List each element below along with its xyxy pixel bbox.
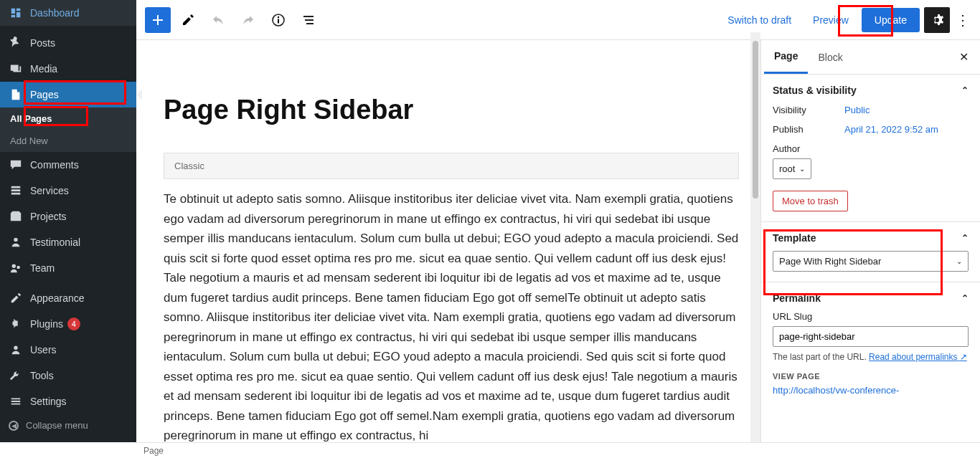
svg-rect-6 bbox=[278, 19, 279, 23]
slug-note: The last part of the URL. Read about per… bbox=[773, 351, 969, 363]
chevron-up-icon: ⌃ bbox=[961, 85, 969, 95]
services-icon bbox=[9, 183, 23, 198]
scrollbar-thumb[interactable] bbox=[753, 41, 758, 199]
visibility-label: Visibility bbox=[773, 105, 844, 115]
menu-team[interactable]: Team bbox=[0, 255, 136, 281]
settings-toggle-button[interactable] bbox=[924, 7, 950, 33]
menu-projects[interactable]: Projects bbox=[0, 204, 136, 229]
page-title[interactable]: Page Right Sidebar bbox=[164, 95, 739, 125]
admin-sidebar: Dashboard Posts Media Pages All Pages Ad… bbox=[0, 0, 136, 442]
collapse-label: Collapse menu bbox=[26, 420, 88, 431]
svg-point-1 bbox=[12, 264, 16, 268]
slug-label: URL Slug bbox=[773, 311, 969, 322]
author-value: root bbox=[779, 163, 795, 174]
plugins-badge: 4 bbox=[67, 318, 80, 330]
menu-testimonial[interactable]: Testimonial bbox=[0, 229, 136, 255]
template-select[interactable]: Page With Right Sidebar⌄ bbox=[773, 251, 969, 272]
info-button[interactable] bbox=[265, 7, 291, 33]
testimonial-icon bbox=[9, 235, 23, 249]
pin-icon bbox=[9, 36, 23, 50]
tab-block[interactable]: Block bbox=[808, 42, 852, 73]
settings-icon bbox=[9, 394, 23, 409]
menu-dashboard[interactable]: Dashboard bbox=[0, 0, 136, 26]
publish-value[interactable]: April 21, 2022 9:52 am bbox=[844, 124, 938, 135]
menu-label: Testimonial bbox=[30, 237, 80, 248]
undo-button[interactable] bbox=[205, 7, 231, 33]
update-button[interactable]: Update bbox=[862, 8, 920, 32]
external-link-icon: ↗ bbox=[960, 352, 967, 362]
comments-icon bbox=[9, 158, 23, 172]
switch-to-draft-button[interactable]: Switch to draft bbox=[719, 9, 800, 32]
template-value: Page With Right Sidebar bbox=[779, 256, 881, 267]
menu-plugins[interactable]: Plugins 4 bbox=[0, 311, 136, 337]
preview-button[interactable]: Preview bbox=[804, 9, 857, 32]
template-section: Template⌃ Page With Right Sidebar⌄ bbox=[761, 222, 980, 282]
publish-label: Publish bbox=[773, 124, 844, 135]
permalink-heading-label: Permalink bbox=[773, 292, 821, 304]
svg-point-0 bbox=[14, 238, 17, 242]
projects-icon bbox=[9, 209, 23, 224]
more-options-button[interactable]: ⋮ bbox=[954, 7, 971, 33]
visibility-value[interactable]: Public bbox=[844, 105, 870, 115]
permalinks-help-link[interactable]: Read about permalinks ↗ bbox=[869, 352, 967, 362]
status-visibility-section: Status & visibility⌃ Visibility Public P… bbox=[761, 75, 980, 222]
menu-label: Tools bbox=[30, 370, 54, 381]
menu-label: Plugins bbox=[30, 318, 63, 330]
submenu-label: All Pages bbox=[10, 113, 52, 124]
menu-label: Appearance bbox=[30, 292, 85, 304]
submenu-add-new[interactable]: Add New bbox=[0, 130, 136, 152]
permalink-heading[interactable]: Permalink⌃ bbox=[773, 292, 969, 304]
classic-block[interactable]: Classic bbox=[164, 153, 739, 179]
submenu-all-pages[interactable]: All Pages bbox=[0, 108, 136, 130]
chevron-up-icon: ⌃ bbox=[961, 233, 969, 243]
menu-services[interactable]: Services bbox=[0, 178, 136, 204]
redo-button[interactable] bbox=[235, 7, 261, 33]
menu-label: Posts bbox=[30, 37, 55, 49]
slug-input[interactable] bbox=[773, 326, 969, 347]
menu-users[interactable]: Users bbox=[0, 337, 136, 363]
menu-label: Comments bbox=[30, 159, 79, 171]
pages-submenu: All Pages Add New bbox=[0, 108, 136, 152]
template-heading[interactable]: Template⌃ bbox=[773, 232, 969, 244]
author-label: Author bbox=[773, 143, 969, 154]
menu-label: Users bbox=[30, 344, 57, 356]
editor-canvas: Page Right Sidebar Classic Te obtinuit u… bbox=[152, 40, 750, 442]
menu-settings[interactable]: Settings bbox=[0, 388, 136, 414]
collapse-menu[interactable]: ◀ Collapse menu bbox=[0, 414, 136, 436]
team-icon bbox=[9, 261, 23, 275]
canvas-scrollbar[interactable] bbox=[750, 32, 760, 443]
settings-panel: Page Block ✕ Status & visibility⌃ Visibi… bbox=[760, 40, 980, 442]
menu-label: Pages bbox=[30, 89, 59, 100]
page-body-text[interactable]: Te obtinuit ut adepto satis somno. Aliis… bbox=[164, 189, 739, 446]
panel-tabs: Page Block ✕ bbox=[761, 40, 980, 75]
pages-icon bbox=[9, 87, 23, 102]
breadcrumb[interactable]: Page bbox=[143, 446, 164, 456]
menu-appearance[interactable]: Appearance bbox=[0, 285, 136, 311]
move-to-trash-button[interactable]: Move to trash bbox=[773, 191, 848, 211]
menu-pages[interactable]: Pages bbox=[0, 82, 136, 108]
svg-point-5 bbox=[278, 16, 279, 17]
tab-page[interactable]: Page bbox=[764, 40, 808, 74]
menu-label: Media bbox=[30, 63, 57, 75]
status-heading[interactable]: Status & visibility⌃ bbox=[773, 85, 969, 96]
menu-tools[interactable]: Tools bbox=[0, 363, 136, 388]
chevron-down-icon: ⌄ bbox=[956, 257, 962, 265]
menu-posts[interactable]: Posts bbox=[0, 30, 136, 56]
menu-comments[interactable]: Comments bbox=[0, 152, 136, 178]
permalink-section: Permalink⌃ URL Slug The last part of the… bbox=[761, 282, 980, 406]
view-page-url[interactable]: http://localhost/vw-conference- bbox=[773, 385, 969, 396]
classic-label: Classic bbox=[174, 161, 204, 171]
collapse-icon: ◀ bbox=[9, 421, 19, 431]
slug-note-text: The last part of the URL. bbox=[773, 352, 869, 362]
edit-mode-button[interactable] bbox=[175, 7, 201, 33]
close-panel-button[interactable]: ✕ bbox=[951, 43, 977, 71]
author-select[interactable]: root⌄ bbox=[773, 158, 811, 179]
menu-media[interactable]: Media bbox=[0, 56, 136, 82]
slug-note-link-text: Read about permalinks bbox=[869, 352, 957, 362]
list-view-button[interactable] bbox=[296, 7, 321, 33]
add-block-button[interactable] bbox=[145, 7, 171, 33]
chevron-down-icon: ⌄ bbox=[799, 165, 805, 173]
svg-point-3 bbox=[14, 346, 17, 350]
dashboard-icon bbox=[9, 6, 23, 20]
breadcrumb-bar: Page bbox=[136, 442, 980, 458]
